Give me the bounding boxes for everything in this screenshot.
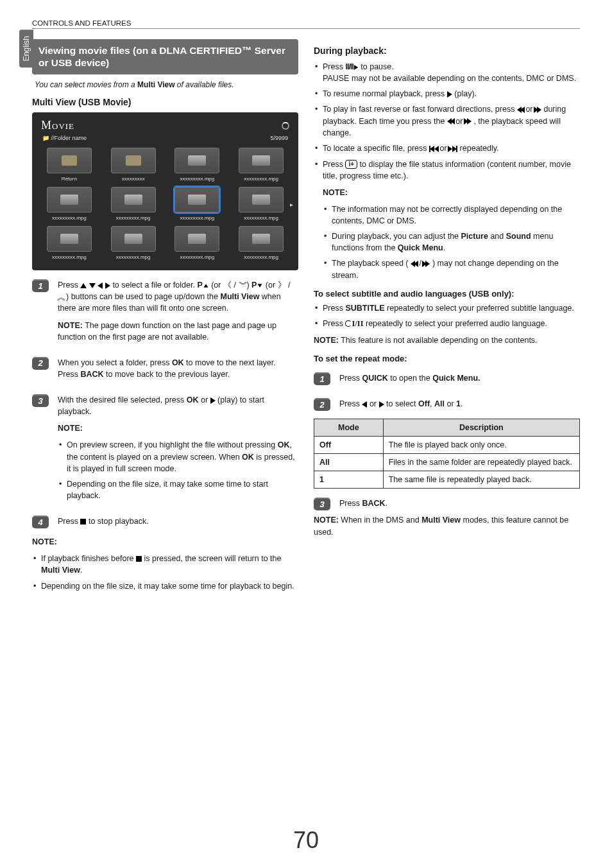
thumbnail-image — [111, 148, 156, 173]
table-header-desc: Description — [383, 419, 579, 437]
fast-forward-icon — [535, 105, 541, 114]
thumbnail-label: xxxxxxxxx.mpg — [116, 215, 151, 221]
thumbnail-image — [239, 187, 284, 213]
step-2-body: When you select a folder, press OK to mo… — [58, 357, 298, 385]
thumbnail-label: xxxxxxxxx.mpg — [244, 254, 278, 260]
thumbnail-image — [47, 187, 92, 213]
thumbnail-image — [111, 187, 156, 213]
table-header-mode: Mode — [314, 419, 384, 437]
thumbnail-file[interactable]: xxxxxxxxx.mpg — [104, 226, 163, 260]
note-label: NOTE: — [32, 536, 298, 548]
desc-cell: The file is played back only once. — [383, 437, 579, 454]
thumbnail-label: xxxxxxxxx.mpg — [180, 215, 214, 221]
page-up-chevron-icon: 《 / 》 — [223, 281, 246, 290]
skip-forward-icon — [449, 143, 457, 154]
list-item: To resume normal playback, press (play). — [314, 88, 580, 100]
list-item: Press ll/ll to pause. PAUSE may not be a… — [314, 61, 580, 84]
thumbnail-image — [174, 148, 219, 173]
fast-forward-icon — [465, 117, 472, 126]
thumbnail-image — [47, 226, 92, 252]
page-number: 70 — [0, 827, 612, 854]
subtitle-audio-heading: To select subtitle and audio languages (… — [314, 289, 580, 299]
up-icon — [80, 283, 87, 288]
thumbnail-grid: Returnxxxxxxxxxxxxxxxxxx.mpgxxxxxxxxx.mp… — [38, 145, 292, 263]
list-item: During playback, you can adjust the Pict… — [323, 230, 580, 254]
list-item: Depending on the file size, it may take … — [32, 580, 298, 592]
mode-cell: All — [314, 454, 384, 471]
thumbnail-label: Return — [62, 176, 77, 182]
thumbnail-file[interactable]: xxxxxxxxx.mpg — [232, 187, 291, 221]
caption-pre: You can select movies from a — [35, 80, 137, 89]
thumbnail-label: xxxxxxxxx.mpg — [244, 215, 278, 221]
audio-cycle-icon — [345, 320, 352, 327]
step-badge-3: 3 — [314, 498, 330, 510]
step-badge-3: 3 — [32, 394, 49, 407]
header-section: CONTROLS AND FEATURES — [32, 19, 131, 27]
movie-multi-view: Movie 📁 //Folder name 5/9999 Returnxxxxx… — [32, 112, 298, 270]
step-4-body: Press to stop playback. — [58, 516, 298, 532]
note-label: NOTE: — [314, 516, 339, 525]
thumbnail-file[interactable]: xxxxxxxxx.mpg — [168, 148, 227, 182]
thumbnail-label: xxxxxxxxx.mpg — [52, 254, 87, 260]
mode-cell: Off — [314, 437, 384, 454]
repeat-step-1: Press QUICK to open the Quick Menu. — [339, 372, 580, 389]
rewind-icon — [447, 117, 454, 126]
thumbnail-file[interactable]: xxxxxxxxx.mpg — [232, 148, 291, 182]
multi-view-heading: Multi View (USB Movie) — [32, 97, 298, 107]
movie-title: Movie — [41, 119, 74, 132]
step-badge-2: 2 — [32, 357, 49, 370]
info-button-icon: i+ — [345, 160, 357, 169]
thumbnail-file[interactable]: xxxxxxxxx.mpg — [168, 226, 227, 260]
thumbnail-file[interactable]: xxxxxxxxx.mpg — [40, 187, 99, 221]
play-icon — [447, 91, 452, 98]
page-down-simple-icon — [258, 284, 262, 288]
thumbnail-image — [239, 148, 284, 173]
stop-icon — [136, 556, 142, 562]
right-icon — [379, 401, 384, 408]
rewind-icon — [411, 259, 417, 268]
thumbnail-image — [174, 187, 219, 213]
thumbnail-label: xxxxxxxxx — [122, 176, 145, 182]
table-row: 1The same file is repeatedly played back… — [314, 471, 580, 489]
thumbnail-label: xxxxxxxxx.mpg — [180, 176, 214, 182]
step-badge-1: 1 — [32, 279, 49, 292]
list-item: The playback speed ( / ) may not change … — [323, 257, 580, 281]
list-item: To play in fast reverse or fast forward … — [314, 103, 580, 138]
thumbnail-label: xxxxxxxxx.mpg — [180, 254, 214, 260]
thumbnail-folder[interactable]: xxxxxxxxx — [104, 148, 163, 182]
list-item: To locate a specific file, press or repe… — [314, 143, 580, 155]
during-playback-heading: During playback: — [314, 46, 580, 56]
step-1-body: Press to select a file or folder. P (or … — [58, 279, 298, 348]
folder-path: 📁 //Folder name — [42, 135, 87, 141]
thumbnail-file[interactable]: xxxxxxxxx.mpg — [40, 226, 99, 260]
thumbnail-label: xxxxxxxxx.mpg — [116, 254, 151, 260]
step-3-body: With the desired file selected, press OK… — [58, 394, 298, 507]
note-label: NOTE: — [58, 422, 298, 434]
thumbnail-file[interactable]: xxxxxxxxx.mpg — [232, 226, 291, 260]
step-badge-1: 1 — [314, 372, 330, 385]
list-item: If playback finishes before is pressed, … — [32, 553, 298, 576]
thumbnail-image — [239, 226, 284, 252]
list-item: The information may not be correctly dis… — [323, 204, 580, 227]
down-icon — [89, 283, 96, 288]
right-icon — [105, 282, 110, 289]
list-item: Depending on the file size, it may take … — [58, 478, 298, 501]
loading-spinner-icon — [282, 122, 289, 130]
caption-bold: Multi View — [137, 80, 174, 89]
audio-track-icon: I/II — [352, 318, 363, 329]
thumbnail-folder[interactable]: Return — [40, 148, 99, 182]
thumbnail-file[interactable]: xxxxxxxxx.mpg — [104, 187, 163, 221]
thumbnail-image — [47, 148, 92, 173]
thumbnail-label: xxxxxxxxx.mpg — [52, 215, 87, 221]
thumbnail-file[interactable]: xxxxxxxxx.mpg — [168, 187, 227, 221]
desc-cell: Files in the same folder are repeatedly … — [383, 454, 579, 471]
list-item: On preview screen, if you highlight the … — [58, 439, 298, 474]
step-badge-2: 2 — [314, 398, 330, 411]
note-paragraph: NOTE: When in the DMS and Multi View mod… — [314, 514, 580, 537]
skip-back-icon — [429, 143, 438, 154]
scroll-right-icon[interactable]: ▸ — [290, 200, 293, 207]
fast-forward-icon — [423, 259, 430, 268]
note-label: NOTE: — [323, 187, 580, 198]
desc-cell: The same file is repeatedly played back. — [383, 471, 579, 489]
stop-icon — [80, 519, 86, 525]
